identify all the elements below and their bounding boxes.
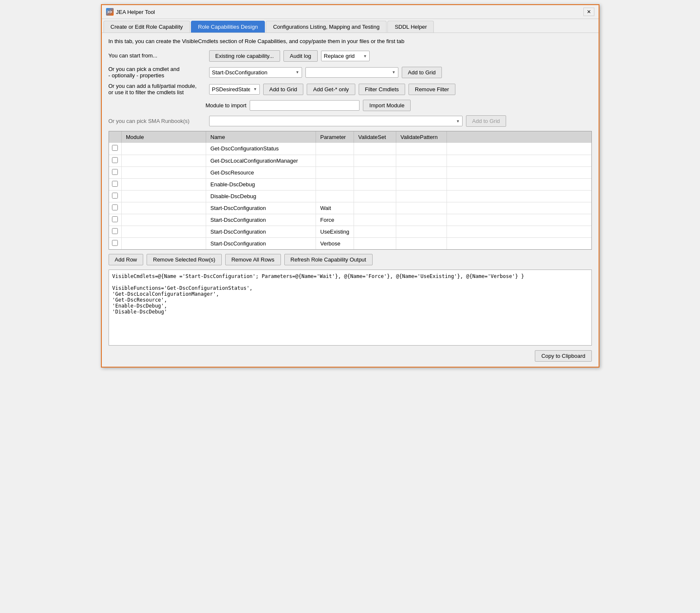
- row-validateset: [354, 166, 396, 178]
- row-checkbox[interactable]: [112, 181, 118, 187]
- row-validateset: [354, 190, 396, 202]
- import-module-input[interactable]: [250, 100, 360, 111]
- sma-label: Or you can pick SMA Runbook(s): [109, 118, 206, 124]
- replace-grid-dropdown[interactable]: Replace grid Append to grid: [321, 51, 370, 61]
- row-validatepattern: [396, 237, 447, 249]
- import-module-button[interactable]: Import Module: [363, 100, 411, 111]
- import-module-label: Module to import: [206, 102, 247, 109]
- filter-cmdlets-button[interactable]: Filter Cmdlets: [359, 84, 405, 95]
- row-extra: [447, 190, 591, 202]
- table-row: Disable-DscDebug: [109, 190, 591, 202]
- col-header-checkbox: [109, 131, 122, 143]
- col-header-validateset: ValidateSet: [354, 131, 396, 143]
- module-dropdown-wrapper: PSDesiredStateCo: [209, 84, 260, 95]
- row-extra: [447, 214, 591, 226]
- tab-content: In this tab, you can create the VisibleC…: [102, 33, 599, 367]
- row-module: [122, 237, 206, 249]
- row-module: [122, 143, 206, 155]
- row-validateset: [354, 226, 396, 237]
- row-name: Start-DscConfiguration: [206, 237, 316, 249]
- row-module: [122, 202, 206, 214]
- row-parameter: [316, 155, 354, 166]
- table-row: Start-DscConfiguration Force: [109, 214, 591, 226]
- row-extra: [447, 237, 591, 249]
- output-textarea[interactable]: [109, 270, 592, 346]
- row-checkbox[interactable]: [112, 216, 118, 222]
- row-validatepattern: [396, 226, 447, 237]
- row-module: [122, 155, 206, 166]
- row-checkbox-cell[interactable]: [109, 143, 122, 155]
- row-checkbox-cell[interactable]: [109, 166, 122, 178]
- remove-selected-button[interactable]: Remove Selected Row(s): [147, 254, 221, 265]
- add-get-only-button[interactable]: Add Get-* only: [307, 84, 355, 95]
- row-checkbox-cell[interactable]: [109, 202, 122, 214]
- properties-dropdown[interactable]: [305, 67, 398, 78]
- tab-sddl-helper[interactable]: SDDL Helper: [387, 21, 434, 33]
- clipboard-row: Copy to Clipboard: [109, 350, 592, 362]
- row-checkbox[interactable]: [112, 169, 118, 175]
- row-parameter: [316, 143, 354, 155]
- main-window: >> JEA Helper Tool ✕ Create or Edit Role…: [101, 4, 599, 368]
- row-checkbox-cell[interactable]: [109, 178, 122, 190]
- row-validatepattern: [396, 166, 447, 178]
- replace-grid-wrapper: Replace grid Append to grid: [321, 51, 370, 61]
- close-button[interactable]: ✕: [583, 8, 594, 16]
- remove-filter-button[interactable]: Remove Filter: [409, 84, 455, 95]
- row-module: [122, 226, 206, 237]
- row-parameter: [316, 166, 354, 178]
- remove-all-button[interactable]: Remove All Rows: [225, 254, 281, 265]
- existing-role-button[interactable]: Existing role capability...: [209, 50, 281, 62]
- copy-to-clipboard-button[interactable]: Copy to Clipboard: [535, 350, 591, 362]
- row-extra: [447, 226, 591, 237]
- row-checkbox[interactable]: [112, 145, 118, 151]
- row-validateset: [354, 202, 396, 214]
- cmdlet-add-to-grid-button[interactable]: Add to Grid: [402, 67, 442, 78]
- tab-role-design[interactable]: Role Capabilities Design: [191, 21, 265, 33]
- row-checkbox[interactable]: [112, 228, 118, 234]
- row-checkbox-cell[interactable]: [109, 214, 122, 226]
- row-checkbox[interactable]: [112, 157, 118, 163]
- audit-log-button[interactable]: Audit log: [283, 50, 318, 62]
- row-validatepattern: [396, 202, 447, 214]
- row-checkbox[interactable]: [112, 240, 118, 246]
- row-module: [122, 178, 206, 190]
- row-name: Get-DscConfigurationStatus: [206, 143, 316, 155]
- table-row: Get-DscResource: [109, 166, 591, 178]
- col-header-name: Name: [206, 131, 316, 143]
- row-validateset: [354, 178, 396, 190]
- row-checkbox-cell[interactable]: [109, 155, 122, 166]
- col-header-parameter: Parameter: [316, 131, 354, 143]
- module-add-to-grid-button[interactable]: Add to Grid: [263, 84, 304, 95]
- add-row-button[interactable]: Add Row: [109, 254, 144, 265]
- row-module: [122, 166, 206, 178]
- tab-config-listing[interactable]: Configurations Listing, Mapping and Test…: [266, 21, 387, 33]
- tab-create-edit[interactable]: Create or Edit Role Capability: [104, 21, 190, 33]
- col-header-module: Module: [122, 131, 206, 143]
- table-row: Start-DscConfiguration Wait: [109, 202, 591, 214]
- row-name: Get-DscLocalConfigurationManager: [206, 155, 316, 166]
- row-parameter: Force: [316, 214, 354, 226]
- module-dropdown[interactable]: PSDesiredStateCo: [209, 84, 260, 95]
- title-bar-left: >> JEA Helper Tool: [106, 8, 155, 16]
- row-validateset: [354, 214, 396, 226]
- row-name: Enable-DscDebug: [206, 178, 316, 190]
- sma-row: Or you can pick SMA Runbook(s) Add to Gr…: [109, 115, 592, 127]
- row-extra: [447, 178, 591, 190]
- sma-dropdown[interactable]: [209, 116, 463, 126]
- table-row: Enable-DscDebug: [109, 178, 591, 190]
- row-checkbox[interactable]: [112, 193, 118, 199]
- row-name: Disable-DscDebug: [206, 190, 316, 202]
- table-header-row: Module Name Parameter ValidateSet Valida…: [109, 131, 591, 143]
- row-validateset: [354, 237, 396, 249]
- row-checkbox-cell[interactable]: [109, 190, 122, 202]
- row-extra: [447, 166, 591, 178]
- row-module: [122, 190, 206, 202]
- refresh-output-button[interactable]: Refresh Role Capability Output: [284, 254, 373, 265]
- row-module: [122, 214, 206, 226]
- row-checkbox-cell[interactable]: [109, 237, 122, 249]
- grid-button-row: Add Row Remove Selected Row(s) Remove Al…: [109, 254, 592, 265]
- row-checkbox-cell[interactable]: [109, 226, 122, 237]
- row-checkbox[interactable]: [112, 204, 118, 210]
- cmdlet-dropdown[interactable]: Start-DscConfiguration Get-DscConfigurat…: [209, 67, 302, 78]
- sma-add-to-grid-button[interactable]: Add to Grid: [466, 115, 507, 127]
